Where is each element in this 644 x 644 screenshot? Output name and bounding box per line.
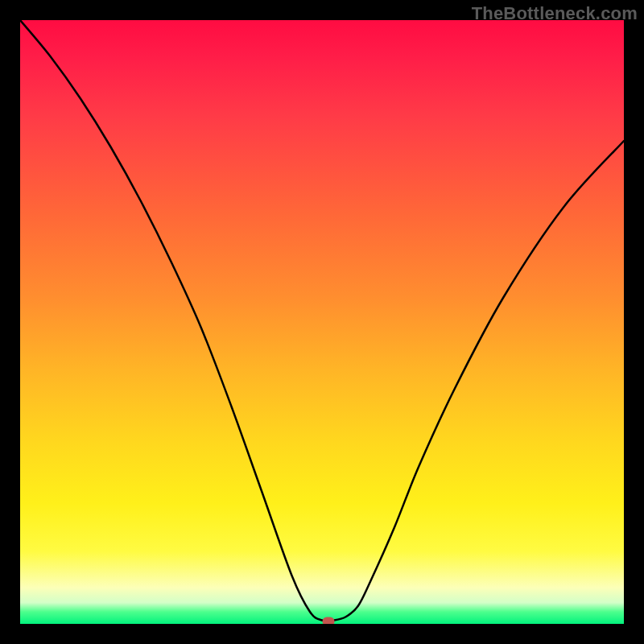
plot-area <box>20 20 624 624</box>
bottleneck-curve <box>20 20 624 624</box>
chart-frame: TheBottleneck.com <box>0 0 644 644</box>
optimal-point-marker <box>322 617 334 625</box>
